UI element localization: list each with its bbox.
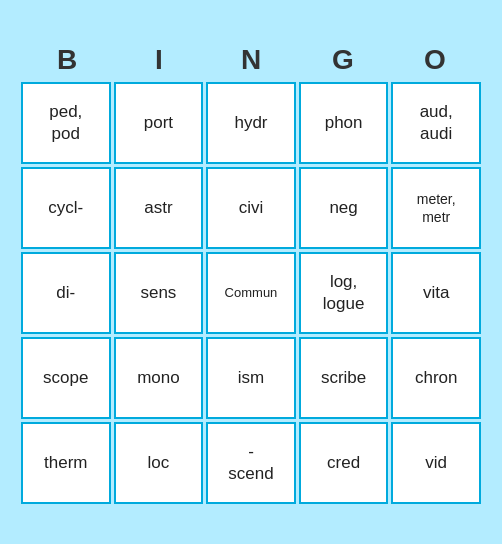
cell-r0-c2: hydr	[206, 82, 296, 164]
cell-r4-c3: cred	[299, 422, 389, 504]
bingo-grid: ped,podporthydrphonaud,audicycl-astrcivi…	[21, 82, 481, 504]
cell-r1-c1: astr	[114, 167, 204, 249]
cell-r4-c1: loc	[114, 422, 204, 504]
cell-r3-c2: ism	[206, 337, 296, 419]
bingo-header: BINGO	[21, 40, 481, 80]
header-letter: B	[21, 40, 113, 80]
cell-r4-c4: vid	[391, 422, 481, 504]
cell-r2-c0: di-	[21, 252, 111, 334]
cell-r4-c0: therm	[21, 422, 111, 504]
cell-r0-c0: ped,pod	[21, 82, 111, 164]
bingo-card: BINGO ped,podporthydrphonaud,audicycl-as…	[11, 30, 491, 514]
cell-r4-c2: -scend	[206, 422, 296, 504]
cell-r1-c3: neg	[299, 167, 389, 249]
cell-r3-c0: scope	[21, 337, 111, 419]
header-letter: I	[113, 40, 205, 80]
cell-r3-c4: chron	[391, 337, 481, 419]
cell-r2-c2: Commun	[206, 252, 296, 334]
cell-r2-c4: vita	[391, 252, 481, 334]
cell-r3-c1: mono	[114, 337, 204, 419]
cell-r1-c0: cycl-	[21, 167, 111, 249]
header-letter: O	[389, 40, 481, 80]
cell-r1-c4: meter,metr	[391, 167, 481, 249]
cell-r3-c3: scribe	[299, 337, 389, 419]
cell-r2-c3: log,logue	[299, 252, 389, 334]
cell-r0-c1: port	[114, 82, 204, 164]
header-letter: N	[205, 40, 297, 80]
cell-r0-c4: aud,audi	[391, 82, 481, 164]
header-letter: G	[297, 40, 389, 80]
cell-r0-c3: phon	[299, 82, 389, 164]
cell-r2-c1: sens	[114, 252, 204, 334]
cell-r1-c2: civi	[206, 167, 296, 249]
